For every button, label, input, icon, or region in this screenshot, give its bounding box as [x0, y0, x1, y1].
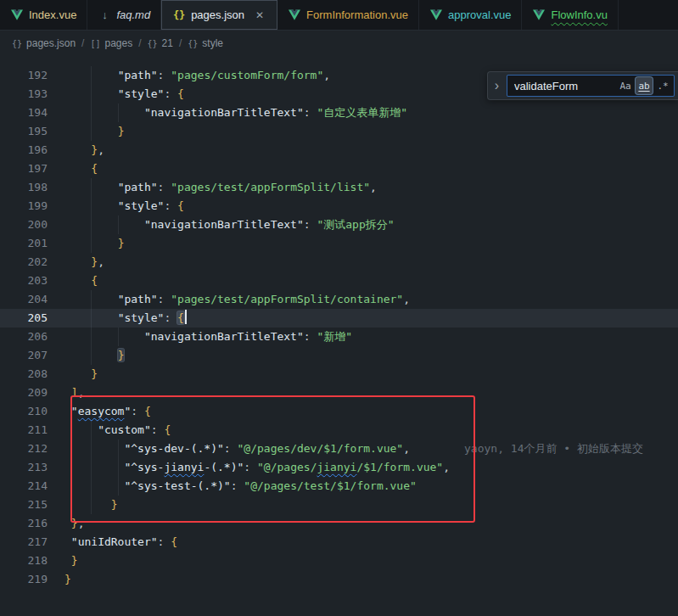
git-blame-annotation: yaoyn, 14个月前 • 初始版本提交: [464, 442, 643, 455]
code-line[interactable]: 208 }: [0, 365, 678, 384]
line-number: 213: [0, 458, 58, 477]
code-line[interactable]: 196 },: [0, 141, 678, 160]
tab-label: FlowInfo.vu: [551, 8, 607, 21]
code-line[interactable]: 201 }: [0, 234, 678, 253]
token: ,: [443, 461, 450, 473]
breadcrumb-separator: /: [179, 37, 182, 49]
token: "style": [118, 311, 165, 324]
code-text: "style": {: [64, 309, 187, 328]
breadcrumb-item-pages-json[interactable]: {}pages.json: [12, 37, 76, 49]
regex-button[interactable]: .*: [654, 77, 671, 94]
token: "自定义表单新增": [317, 106, 407, 119]
code-line[interactable]: 198 "path": "pages/test/appFormSplit/lis…: [0, 178, 678, 197]
breadcrumb-label: style: [202, 37, 223, 49]
code-line[interactable]: 212 "^sys-dev-(.*)": "@/pages/dev/$1/for…: [0, 440, 678, 458]
token: }: [64, 573, 71, 585]
code-lines: 192 "path": "pages/customForm/form",193 …: [0, 56, 678, 589]
code-line[interactable]: 207 }: [0, 346, 678, 365]
indent-guide: [91, 197, 92, 216]
code-line[interactable]: 211 "custom": {: [0, 421, 678, 440]
token: "pages/customForm/form": [171, 69, 323, 81]
tab-label: pages.json: [191, 8, 244, 21]
code-line[interactable]: 219}: [0, 570, 678, 589]
line-number: 214: [0, 477, 58, 496]
code-line[interactable]: 200 "navigationBarTitleText": "测试app拆分": [0, 216, 678, 234]
indent-guide: [91, 346, 92, 365]
code-line[interactable]: 203 {: [0, 272, 678, 290]
code-text: }: [64, 570, 71, 589]
code-line[interactable]: 214 "^sys-test-(.*)": "@/pages/test/$1/f…: [0, 477, 678, 496]
toggle-replace-chevron-icon[interactable]: ›: [492, 78, 501, 93]
breadcrumb-item-style[interactable]: {}style: [188, 37, 223, 49]
code-line[interactable]: 216 },: [0, 514, 678, 533]
code-text: "navigationBarTitleText": "自定义表单新增": [64, 104, 407, 122]
token: jianyi: [164, 461, 204, 473]
close-tab-icon[interactable]: ✕: [253, 8, 266, 22]
token: easycom: [78, 405, 125, 417]
code-line[interactable]: 218 }: [0, 552, 678, 570]
token: "style": [118, 87, 165, 100]
tab-flowinfo-vu[interactable]: FlowInfo.vu: [522, 0, 618, 30]
code-line[interactable]: 213 "^sys-jianyi-(.*)": "@/pages/jianyi/…: [0, 458, 678, 477]
token: {: [177, 311, 184, 324]
code-line[interactable]: 204 "path": "pages/test/appFormSplit/con…: [0, 290, 678, 309]
token: "navigationBarTitleText": [144, 218, 304, 231]
tab-pages-json[interactable]: {}pages.json✕: [161, 0, 277, 30]
tab-faq-md[interactable]: ↓faq.md: [87, 0, 161, 30]
code-text: "style": {: [64, 197, 184, 216]
symbol-object-icon: {}: [148, 39, 158, 48]
indent-guide: [91, 440, 92, 458]
code-line[interactable]: 199 "style": {: [0, 197, 678, 216]
code-line[interactable]: 197 {: [0, 160, 678, 178]
line-number: 206: [0, 328, 58, 346]
line-number: 192: [0, 66, 58, 85]
line-number: 196: [0, 141, 58, 160]
vue-icon: [532, 8, 546, 22]
token: "^sys-: [124, 461, 164, 473]
token: :: [224, 442, 238, 455]
tab-forminformation-vue[interactable]: FormInformation.vue: [277, 0, 419, 30]
code-line[interactable]: 195 }: [0, 122, 678, 141]
code-line[interactable]: 205 "style": {: [0, 309, 678, 328]
token: "navigationBarTitleText": [144, 330, 304, 343]
code-line[interactable]: 215 }: [0, 496, 678, 514]
token: {: [144, 405, 151, 417]
token: ,: [370, 181, 377, 193]
token: "新增": [317, 330, 352, 343]
token: "style": [118, 199, 165, 212]
line-number: 199: [0, 197, 58, 216]
code-line[interactable]: 209 ],: [0, 384, 678, 402]
breadcrumb-item-21[interactable]: {}21: [148, 37, 173, 49]
whole-word-button[interactable]: ab: [636, 77, 653, 94]
token: }: [71, 554, 78, 567]
find-input[interactable]: validateForm Aa ab .*: [507, 75, 675, 97]
token: "path": [118, 181, 158, 193]
code-text: }: [64, 346, 124, 365]
code-text: }: [64, 365, 98, 384]
line-number: 219: [0, 570, 58, 589]
code-line[interactable]: 217 "uniIdRouter": {: [0, 533, 678, 552]
code-text: "navigationBarTitleText": "测试app拆分": [64, 216, 395, 234]
indent-guide: [91, 458, 92, 477]
breadcrumb-item-pages[interactable]: []pages: [90, 37, 132, 49]
code-line[interactable]: 202 },: [0, 253, 678, 272]
code-line[interactable]: 194 "navigationBarTitleText": "自定义表单新增": [0, 104, 678, 122]
line-number: 204: [0, 290, 58, 309]
editor-area: 192 "path": "pages/customForm/form",193 …: [0, 56, 678, 589]
code-text: {: [64, 272, 98, 290]
token: "custom": [98, 423, 151, 436]
find-query-text[interactable]: validateForm: [514, 80, 615, 92]
line-number: 217: [0, 533, 58, 552]
code-line[interactable]: 210 "easycom": {: [0, 402, 678, 421]
code-text: },: [64, 514, 84, 533]
match-case-button[interactable]: Aa: [617, 77, 634, 94]
tab-approval-vue[interactable]: approval.vue: [419, 0, 522, 30]
tab-index-vue[interactable]: Index.vue: [0, 0, 87, 30]
breadcrumb-label: pages: [104, 37, 132, 49]
code-text: "uniIdRouter": {: [64, 533, 177, 552]
code-line[interactable]: 206 "navigationBarTitleText": "新增": [0, 328, 678, 346]
code-text: "style": {: [64, 85, 184, 104]
indent-guide: [118, 440, 119, 458]
vue-icon: [10, 8, 24, 22]
token: "测试app拆分": [317, 218, 394, 231]
